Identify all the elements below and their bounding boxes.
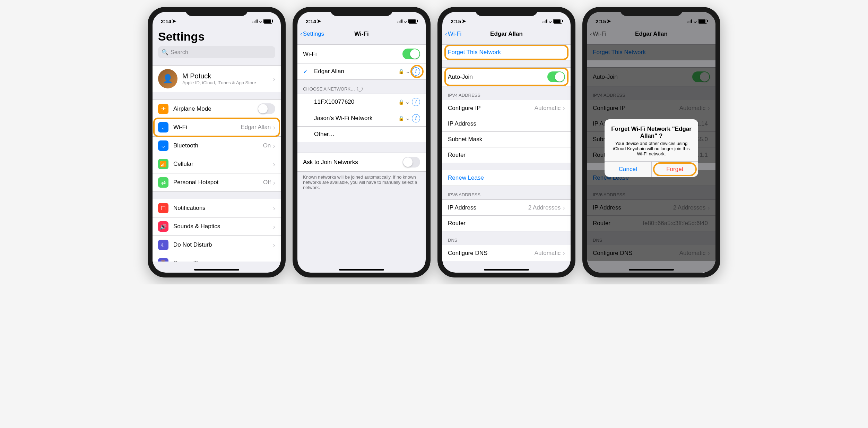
settings-row[interactable]: ☐Notifications› (153, 199, 281, 217)
network-row[interactable]: Jason's Wi-Fi Network🔒⌵i (297, 110, 426, 127)
row-value: Automatic (535, 105, 561, 112)
phone-4: 2:15 ➤ ⌵ ‹Wi-Fi Edgar Allan Forget This … (582, 7, 720, 277)
toggle[interactable] (258, 103, 275, 114)
page-title: Settings (153, 26, 281, 46)
info-icon[interactable]: i (412, 67, 420, 76)
wifi-toggle-row[interactable]: Wi-Fi (297, 45, 426, 63)
settings-row[interactable]: Configure DNSAutomatic› (442, 245, 571, 261)
chevron-left-icon: ‹ (445, 31, 447, 37)
chevron-icon: › (273, 75, 275, 83)
nav-title: Wi-Fi (354, 31, 368, 37)
notch (475, 7, 538, 16)
info-icon[interactable]: i (412, 98, 420, 106)
row-label: Airplane Mode (173, 105, 258, 112)
forget-button[interactable]: Forget (652, 162, 698, 177)
nav-bar: ‹Settings Wi-Fi (297, 26, 426, 42)
forget-network-row[interactable]: Forget This Network (442, 45, 571, 60)
battery-icon (553, 19, 562, 24)
settings-row[interactable]: Router (442, 147, 571, 163)
row-value: On (263, 142, 271, 149)
alert-dialog: Forget Wi-Fi Network "Edgar Allan" ? You… (605, 119, 698, 177)
battery-icon (408, 19, 417, 24)
settings-row[interactable]: ⌵Wi-FiEdgar Allan› (153, 118, 281, 137)
row-label: Subnet Mask (448, 136, 565, 143)
settings-row[interactable]: ✈︎Airplane Mode (153, 100, 281, 118)
home-indicator[interactable] (484, 269, 529, 271)
network-row[interactable]: 11FX10077620🔒⌵i (297, 94, 426, 110)
phone-2: 2:14 ➤ ⌵ ‹Settings Wi-Fi Wi-Fi ✓ Edgar A… (293, 7, 431, 277)
settings-row[interactable]: 📶Cellular› (153, 155, 281, 173)
settings-row[interactable]: ⌛Screen Time› (153, 254, 281, 262)
chevron-left-icon: ‹ (300, 31, 302, 37)
settings-row[interactable]: ⇄Personal HotspotOff› (153, 173, 281, 191)
wifi-strength-icon: ⌵ (406, 115, 409, 121)
row-label: Sounds & Haptics (173, 223, 273, 230)
ask-toggle[interactable] (402, 157, 420, 168)
settings-row[interactable]: 🔊Sounds & Haptics› (153, 217, 281, 236)
notch (185, 7, 248, 16)
home-indicator[interactable] (629, 269, 674, 271)
row-icon: ⌛ (158, 258, 168, 262)
ipv4-header: IPV4 ADDRESS (442, 86, 571, 100)
settings-row[interactable]: Subnet Mask (442, 132, 571, 147)
chevron-icon: › (273, 179, 275, 187)
phone-3: 2:15 ➤ ⌵ ‹Wi-Fi Edgar Allan Forget This … (437, 7, 575, 277)
wifi-icon: ⌵ (549, 18, 552, 24)
ask-footer: Known networks will be joined automatica… (297, 172, 426, 193)
row-icon: 📶 (158, 159, 168, 169)
location-icon: ➤ (317, 18, 321, 24)
network-name: Jason's Wi-Fi Network (314, 115, 398, 122)
chevron-icon: › (563, 104, 565, 112)
profile-sub: Apple ID, iCloud, iTunes & App Store (182, 80, 273, 85)
autojoin-toggle[interactable] (547, 71, 565, 82)
settings-row[interactable]: IP Address2 Addresses› (442, 200, 571, 216)
nav-bar: ‹Wi-Fi Edgar Allan (442, 26, 571, 42)
settings-row[interactable]: ⌵BluetoothOn› (153, 137, 281, 155)
chevron-icon: › (273, 241, 275, 249)
ask-to-join-row[interactable]: Ask to Join Networks (297, 153, 426, 171)
back-button[interactable]: ‹Settings (300, 31, 324, 37)
home-indicator[interactable] (194, 269, 239, 271)
row-label: Other… (314, 131, 420, 138)
profile-row[interactable]: 👤 M Potuck Apple ID, iCloud, iTunes & Ap… (153, 66, 281, 92)
row-label: IP Address (448, 120, 565, 127)
row-label: Personal Hotspot (173, 179, 263, 186)
settings-row[interactable]: Configure IPAutomatic› (442, 100, 571, 116)
notch (620, 7, 683, 16)
other-network-row[interactable]: Other… (297, 127, 426, 142)
phone-1: 2:14 ➤ ⌵ Settings 🔍 Search 👤 M Potuck Ap… (148, 7, 286, 277)
chevron-icon: › (273, 160, 275, 168)
row-icon: 🔊 (158, 221, 168, 232)
current-network-row[interactable]: ✓ Edgar Allan 🔒⌵ i (297, 63, 426, 79)
avatar: 👤 (158, 69, 177, 88)
renew-lease-row[interactable]: Renew Lease (442, 170, 571, 186)
row-value: 2 Addresses (528, 204, 561, 211)
search-input[interactable]: 🔍 Search (158, 46, 275, 58)
home-indicator[interactable] (339, 269, 384, 271)
settings-row[interactable]: IP Address (442, 116, 571, 132)
spinner-icon (357, 86, 363, 92)
back-button[interactable]: ‹Wi-Fi (445, 31, 461, 37)
row-icon: ☾ (158, 240, 168, 250)
settings-row[interactable]: ☾Do Not Disturb› (153, 236, 281, 254)
chevron-icon: › (273, 142, 275, 150)
chevron-icon: › (273, 259, 275, 262)
cancel-button[interactable]: Cancel (605, 162, 652, 177)
autojoin-row[interactable]: Auto-Join (442, 68, 571, 86)
chevron-icon: › (273, 123, 275, 131)
row-icon: ☐ (158, 203, 168, 213)
dns-header: DNS (442, 231, 571, 245)
settings-row[interactable]: Router (442, 216, 571, 231)
signal-icon (542, 19, 547, 23)
check-icon: ✓ (303, 68, 311, 75)
chevron-icon: › (273, 223, 275, 231)
wifi-toggle[interactable] (402, 49, 420, 59)
row-label: Do Not Disturb (173, 241, 273, 248)
row-label: Configure DNS (448, 250, 535, 257)
search-placeholder: Search (171, 49, 188, 55)
row-label: Router (448, 152, 565, 159)
row-value: Edgar Allan (241, 124, 271, 131)
info-icon[interactable]: i (412, 114, 420, 122)
nav-title: Edgar Allan (490, 31, 523, 37)
chevron-icon: › (563, 249, 565, 257)
